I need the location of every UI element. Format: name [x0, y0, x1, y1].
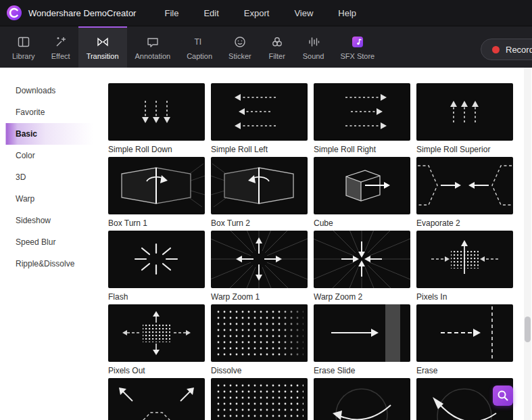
tab-sticker[interactable]: Sticker	[220, 26, 260, 68]
menu-item-help[interactable]: Help	[338, 8, 356, 18]
tile-label: Dissolve	[211, 362, 308, 378]
tile-row5-3	[314, 378, 410, 420]
sidebar-item-basic[interactable]: Basic	[0, 123, 101, 145]
tab-filter[interactable]: Filter	[260, 26, 295, 68]
tab-caption[interactable]: TI Caption	[178, 26, 220, 68]
svg-text:TI: TI	[195, 37, 202, 47]
warp-zoom-2-icon[interactable]	[314, 231, 410, 288]
transition-icon	[96, 35, 110, 49]
tab-sound[interactable]: Sound	[295, 26, 333, 68]
scrollbar-thumb[interactable]	[525, 317, 531, 342]
flash-icon[interactable]	[108, 231, 205, 288]
warp-zoom-1-icon[interactable]	[211, 231, 308, 288]
zoom-corners-icon[interactable]	[108, 378, 205, 420]
tile-box-turn-1: Box Turn 1	[108, 157, 205, 231]
sticker-icon	[233, 35, 247, 49]
tab-label: Transition	[87, 52, 119, 60]
tab-effect[interactable]: Effect	[43, 26, 78, 68]
app-title: Wondershare DemoCreator	[28, 8, 136, 18]
filter-icon	[270, 35, 284, 49]
tab-label: Sound	[303, 52, 324, 60]
record-button[interactable]: Record	[481, 39, 532, 60]
sidebar-item-sideshow[interactable]: Sideshow	[0, 210, 101, 231]
dissolve-icon[interactable]	[211, 304, 308, 362]
tile-label: Pixels In	[416, 288, 513, 304]
tab-label: Caption	[187, 52, 212, 60]
tile-label: Box Turn 2	[211, 214, 308, 231]
evaporate-2-icon[interactable]	[416, 157, 513, 214]
box-turn-1-icon[interactable]	[108, 157, 205, 214]
tile-label: Simple Roll Superior	[416, 141, 513, 157]
tile-label: Simple Roll Right	[314, 141, 410, 157]
menu-item-edit[interactable]: Edit	[203, 8, 218, 18]
tab-label: Filter	[268, 52, 285, 60]
tab-label: Annotation	[135, 52, 171, 60]
record-button-label: Record	[506, 45, 532, 55]
sphere-rotate-icon[interactable]	[314, 378, 410, 420]
simple-roll-superior-icon[interactable]	[416, 83, 513, 141]
annotation-icon	[146, 35, 160, 49]
tile-row5-2	[211, 378, 308, 420]
tab-annotation[interactable]: Annotation	[127, 26, 179, 68]
erase-slide-icon[interactable]	[314, 304, 410, 362]
tile-label: Box Turn 1	[108, 214, 205, 231]
library-icon	[17, 35, 30, 49]
tile-simple-roll-superior: Simple Roll Superior	[416, 83, 513, 157]
tile-label: Erase Slide	[314, 362, 410, 378]
tile-simple-roll-left: Simple Roll Left	[211, 83, 308, 157]
tab-label: Effect	[51, 52, 70, 60]
tile-label: Simple Roll Down	[108, 141, 205, 157]
tile-simple-roll-right: Simple Roll Right	[314, 83, 410, 157]
pixels-out-icon[interactable]	[108, 304, 205, 362]
tile-flash: Flash	[108, 231, 205, 304]
tile-label: Evaporate 2	[416, 214, 513, 231]
tile-pixels-out: Pixels Out	[108, 304, 205, 378]
tab-label: Sticker	[228, 52, 251, 60]
tile-label: Simple Roll Left	[211, 141, 308, 157]
cube-icon[interactable]	[314, 157, 410, 214]
tile-dissolve: Dissolve	[211, 304, 308, 378]
simple-roll-down-icon[interactable]	[108, 83, 205, 141]
tile-pixels-in: Pixels In	[416, 231, 513, 304]
sidebar-item-color[interactable]: Color	[0, 145, 101, 166]
democreator-logo-icon	[6, 5, 22, 21]
sidebar-item-favorite[interactable]: Favorite	[0, 101, 101, 123]
pixels-in-icon[interactable]	[416, 231, 513, 288]
erase-icon[interactable]	[416, 304, 513, 362]
tab-label: SFX Store	[340, 52, 374, 60]
sfx-store-icon	[351, 35, 364, 49]
tab-sfx-store[interactable]: SFX Store	[332, 26, 383, 68]
sidebar-item-ripple-dissolve[interactable]: Ripple&Dissolve	[0, 253, 101, 275]
tab-library[interactable]: Library	[4, 26, 43, 68]
caption-icon: TI	[193, 35, 206, 49]
menu-item-view[interactable]: View	[294, 8, 313, 18]
sidebar-item-downloads[interactable]: Downloads	[0, 80, 101, 101]
simple-roll-left-icon[interactable]	[211, 83, 308, 141]
tab-label: Library	[12, 52, 35, 60]
box-turn-2-icon[interactable]	[211, 157, 308, 214]
dissolve-dots-icon[interactable]	[211, 378, 308, 420]
sound-icon	[307, 35, 320, 49]
tile-erase: Erase	[416, 304, 513, 378]
tile-row5-1	[108, 378, 205, 420]
sidebar-item-speed-blur[interactable]: Speed Blur	[0, 231, 101, 253]
tile-label: Warp Zoom 2	[314, 288, 410, 304]
record-dot-icon	[492, 46, 500, 53]
menu-item-file[interactable]: File	[164, 8, 178, 18]
menu-item-export[interactable]: Export	[244, 8, 270, 18]
tile-erase-slide: Erase Slide	[314, 304, 410, 378]
tile-label: Warp Zoom 1	[211, 288, 308, 304]
scrollbar[interactable]	[524, 68, 531, 420]
sidebar-item-warp[interactable]: Warp	[0, 188, 101, 210]
search-button[interactable]	[493, 386, 513, 406]
tab-transition[interactable]: Transition	[78, 26, 127, 68]
search-icon	[496, 389, 510, 402]
simple-roll-right-icon[interactable]	[314, 83, 410, 141]
effect-icon	[54, 35, 68, 49]
title-bar: Wondershare DemoCreator File Edit Export…	[0, 0, 532, 26]
tile-warp-zoom-1: Warp Zoom 1	[211, 231, 308, 304]
transition-grid: Simple Roll Down Simple Roll Left	[108, 83, 513, 420]
sidebar-item-3d[interactable]: 3D	[0, 166, 101, 188]
tile-label: Cube	[314, 214, 410, 231]
category-sidebar: Downloads Favorite Basic Color 3D Warp S…	[0, 68, 101, 420]
